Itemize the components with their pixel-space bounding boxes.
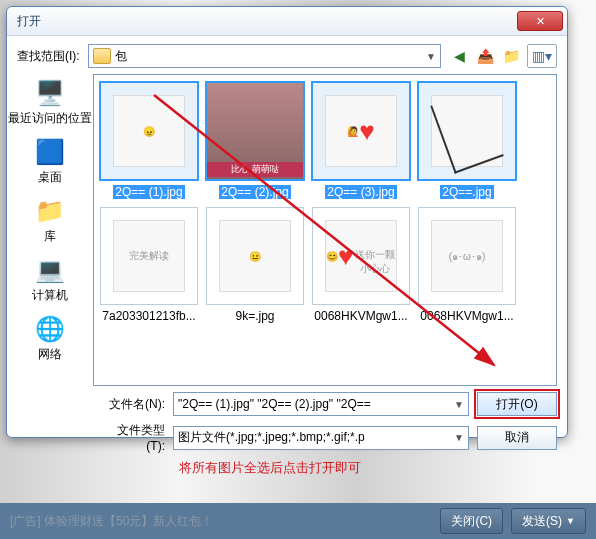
place-label: 最近访问的位置 xyxy=(8,110,92,127)
toolbar-icons: ◀ 📤 📁 ▥▾ xyxy=(449,44,557,68)
bottom-panel: 文件名(N): "2Q== (1).jpg" "2Q== (2).jpg" "2… xyxy=(7,386,567,483)
file-thumbnail[interactable]: 😐9k=.jpg xyxy=(206,207,304,323)
filetype-combo[interactable]: 图片文件(*.jpg;*.jpeg;*.bmp;*.gif;*.p ▼ xyxy=(173,426,469,450)
file-thumbnail[interactable]: 2Q== (2).jpg xyxy=(206,81,304,199)
place-item[interactable]: 📁库 xyxy=(33,196,67,245)
dialog-body: 🖥️最近访问的位置🟦桌面📁库💻计算机🌐网络 😠2Q== (1).jpg2Q== … xyxy=(7,74,567,386)
thumbnail-caption: 0068HKVMgw1... xyxy=(314,309,407,323)
footer-close-button[interactable]: 关闭(C) xyxy=(440,508,503,534)
file-thumbnail[interactable]: 🙋 ♥2Q== (3).jpg xyxy=(312,81,410,199)
place-label: 库 xyxy=(44,228,56,245)
open-button[interactable]: 打开(O) xyxy=(477,392,557,416)
thumbnail-caption: 2Q== (3).jpg xyxy=(325,185,396,199)
thumbnail-caption: 2Q==.jpg xyxy=(440,185,493,199)
footer-send-button[interactable]: 发送(S)▼ xyxy=(511,508,586,534)
place-item[interactable]: 💻计算机 xyxy=(32,255,68,304)
place-item[interactable]: 🌐网络 xyxy=(33,314,67,363)
new-folder-icon[interactable]: 📁 xyxy=(501,46,521,66)
dialog-title: 打开 xyxy=(17,13,517,30)
look-in-label: 查找范围(I): xyxy=(17,48,80,65)
folder-icon xyxy=(93,48,111,64)
thumbnail-grid: 😠2Q== (1).jpg2Q== (2).jpg🙋 ♥2Q== (3).jpg… xyxy=(100,81,550,323)
thumbnail-frame: 😐 xyxy=(206,207,304,305)
thumbnail-frame xyxy=(417,81,517,181)
file-list-area[interactable]: 😠2Q== (1).jpg2Q== (2).jpg🙋 ♥2Q== (3).jpg… xyxy=(93,74,557,386)
filename-input[interactable]: "2Q== (1).jpg" "2Q== (2).jpg" "2Q== ▼ xyxy=(173,392,469,416)
annotation-text: 将所有图片全选后点击打开即可 xyxy=(173,459,469,477)
chevron-down-icon[interactable]: ▼ xyxy=(454,432,464,443)
file-thumbnail[interactable]: 2Q==.jpg xyxy=(418,81,516,199)
place-label: 桌面 xyxy=(38,169,62,186)
file-thumbnail[interactable]: 😊♥送你一颗小心心0068HKVMgw1... xyxy=(312,207,410,323)
ad-text[interactable]: [广告] 体验理财送【50元】新人红包！ xyxy=(10,513,432,530)
look-in-combo[interactable]: 包 ▼ xyxy=(88,44,441,68)
place-icon: 🌐 xyxy=(33,314,67,344)
thumbnail-caption: 2Q== (1).jpg xyxy=(113,185,184,199)
back-icon[interactable]: ◀ xyxy=(449,46,469,66)
thumbnail-caption: 2Q== (2).jpg xyxy=(219,185,290,199)
place-icon: 💻 xyxy=(33,255,67,285)
up-one-level-icon[interactable]: 📤 xyxy=(475,46,495,66)
thumbnail-frame: 😊♥送你一颗小心心 xyxy=(312,207,410,305)
place-label: 网络 xyxy=(38,346,62,363)
thumbnail-frame: 🙋 ♥ xyxy=(311,81,411,181)
place-item[interactable]: 🖥️最近访问的位置 xyxy=(8,78,92,127)
titlebar[interactable]: 打开 ✕ xyxy=(7,7,567,36)
place-label: 计算机 xyxy=(32,287,68,304)
cancel-button[interactable]: 取消 xyxy=(477,426,557,450)
place-item[interactable]: 🟦桌面 xyxy=(33,137,67,186)
chevron-down-icon[interactable]: ▼ xyxy=(454,399,464,410)
chat-footer: [广告] 体验理财送【50元】新人红包！ 关闭(C) 发送(S)▼ xyxy=(0,503,596,539)
thumbnail-frame: 完美解读 xyxy=(100,207,198,305)
look-in-row: 查找范围(I): 包 ▼ ◀ 📤 📁 ▥▾ xyxy=(7,36,567,74)
thumbnail-caption: 9k=.jpg xyxy=(235,309,274,323)
place-icon: 🟦 xyxy=(33,137,67,167)
place-icon: 🖥️ xyxy=(33,78,67,108)
filetype-label: 文件类型(T): xyxy=(99,422,165,453)
place-icon: 📁 xyxy=(33,196,67,226)
look-in-value: 包 xyxy=(115,48,127,65)
open-file-dialog: 打开 ✕ 查找范围(I): 包 ▼ ◀ 📤 📁 ▥▾ 🖥️最近访问的位置🟦桌面📁… xyxy=(6,6,568,438)
thumbnail-frame xyxy=(205,81,305,181)
file-thumbnail[interactable]: 完美解读7a203301213fb... xyxy=(100,207,198,323)
thumbnail-frame: 😠 xyxy=(99,81,199,181)
thumbnail-caption: 0068HKVMgw1... xyxy=(420,309,513,323)
thumbnail-caption: 7a203301213fb... xyxy=(102,309,195,323)
chevron-down-icon[interactable]: ▼ xyxy=(566,516,575,526)
file-thumbnail[interactable]: 😠2Q== (1).jpg xyxy=(100,81,198,199)
view-menu-icon[interactable]: ▥▾ xyxy=(527,44,557,68)
file-thumbnail[interactable]: (๑･ω･๑)0068HKVMgw1... xyxy=(418,207,516,323)
places-bar: 🖥️最近访问的位置🟦桌面📁库💻计算机🌐网络 xyxy=(7,74,93,386)
close-button[interactable]: ✕ xyxy=(517,11,563,31)
chevron-down-icon: ▼ xyxy=(426,51,436,62)
thumbnail-frame: (๑･ω･๑) xyxy=(418,207,516,305)
filename-label: 文件名(N): xyxy=(99,396,165,413)
